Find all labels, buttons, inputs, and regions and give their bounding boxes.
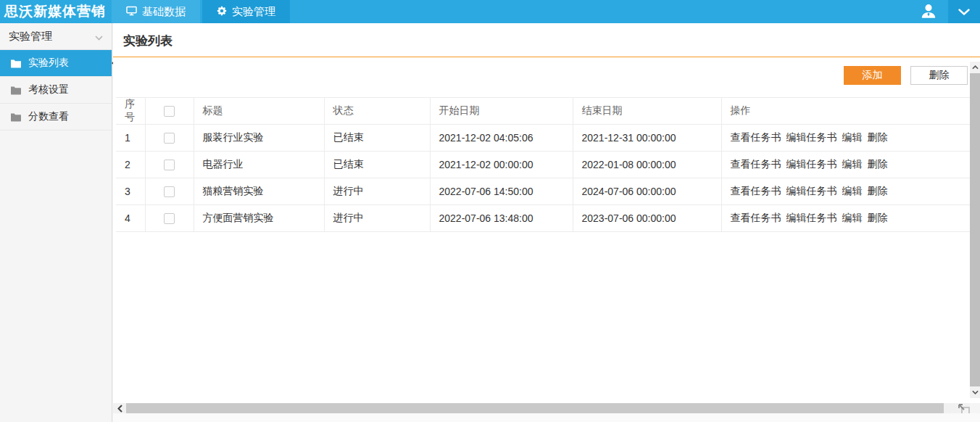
add-button[interactable]: 添加 xyxy=(844,66,901,85)
user-menu-button[interactable] xyxy=(909,0,948,23)
monitor-icon xyxy=(126,6,137,18)
row-index: 3 xyxy=(116,178,145,205)
chevron-down-icon xyxy=(95,30,103,43)
delete-button[interactable]: 删除 xyxy=(910,66,968,85)
experiment-table: 序号 标题 状态 开始日期 结束日期 操作 1 服装行业实验 已结束 2021-… xyxy=(116,97,971,232)
bottom-strip xyxy=(113,413,980,422)
tab-basic-data[interactable]: 基础数据 xyxy=(112,0,200,23)
horizontal-scrollbar-thumb[interactable] xyxy=(126,403,944,413)
sidebar-item-label: 考核设置 xyxy=(28,83,69,96)
row-title: 服装行业实验 xyxy=(194,125,324,152)
scroll-left-arrow-icon[interactable] xyxy=(113,405,126,413)
row-end-date: 2021-12-31 00:00:00 xyxy=(573,125,721,152)
edit-task-book-link[interactable]: 编辑任务书 xyxy=(786,185,837,196)
edit-link[interactable]: 编辑 xyxy=(842,185,863,196)
folder-icon xyxy=(10,86,22,95)
view-task-book-link[interactable]: 查看任务书 xyxy=(731,131,781,143)
sidebar-item-experiment-list[interactable]: 实验列表 xyxy=(0,50,112,77)
tab-experiment-management[interactable]: 实验管理 xyxy=(202,0,290,23)
col-header-end-date: 结束日期 xyxy=(573,98,721,125)
table-row: 1 服装行业实验 已结束 2021-12-02 04:05:06 2021-12… xyxy=(116,125,971,152)
table-header-row: 序号 标题 状态 开始日期 结束日期 操作 xyxy=(116,98,971,125)
row-status: 进行中 xyxy=(324,178,430,205)
edit-task-book-link[interactable]: 编辑任务书 xyxy=(786,131,837,143)
delete-link[interactable]: 删除 xyxy=(868,131,888,143)
row-index: 1 xyxy=(116,125,145,152)
main-content: 实验列表 添加 删除 序号 标题 状态 开始日期 结束日期 操作 xyxy=(113,23,980,403)
row-index: 4 xyxy=(116,205,145,232)
row-end-date: 2024-07-06 00:00:00 xyxy=(573,178,721,205)
vertical-scrollbar-thumb[interactable] xyxy=(970,73,980,386)
sidebar-group-experiment-management[interactable]: 实验管理 xyxy=(0,23,112,50)
select-all-checkbox[interactable] xyxy=(164,106,175,117)
scroll-up-arrow-icon[interactable] xyxy=(970,62,980,73)
topbar-spacer xyxy=(290,0,909,23)
vertical-scrollbar[interactable] xyxy=(970,62,980,398)
row-end-date: 2023-07-06 00:00:00 xyxy=(573,205,721,232)
sidebar: 实验管理 实验列表 考核设置 分数查看 xyxy=(0,23,112,422)
topbar: 思沃新媒体营销 基础数据 实验管理 xyxy=(0,0,980,23)
delete-link[interactable]: 删除 xyxy=(868,158,888,170)
row-status: 进行中 xyxy=(324,205,430,232)
row-start-date: 2022-07-06 14:50:00 xyxy=(430,178,573,205)
folder-icon xyxy=(10,59,22,68)
sidebar-item-score-view[interactable]: 分数查看 xyxy=(0,104,112,131)
row-checkbox[interactable] xyxy=(164,213,175,224)
table-row: 2 电器行业 已结束 2021-12-02 00:00:00 2022-01-0… xyxy=(116,152,971,178)
sidebar-group-label: 实验管理 xyxy=(9,30,52,44)
col-header-index: 序号 xyxy=(116,98,145,125)
view-task-book-link[interactable]: 查看任务书 xyxy=(731,185,781,196)
edit-link[interactable]: 编辑 xyxy=(842,212,863,223)
title-divider xyxy=(113,57,980,57)
edit-task-book-link[interactable]: 编辑任务书 xyxy=(786,158,837,170)
row-status: 已结束 xyxy=(324,125,430,152)
user-icon xyxy=(919,1,938,22)
edit-task-book-link[interactable]: 编辑任务书 xyxy=(786,212,837,223)
row-end-date: 2022-01-08 00:00:00 xyxy=(573,152,721,178)
row-checkbox[interactable] xyxy=(164,133,175,144)
row-title: 电器行业 xyxy=(194,152,324,178)
tab-label: 基础数据 xyxy=(142,5,186,19)
row-title: 方便面营销实验 xyxy=(194,205,324,232)
tab-label: 实验管理 xyxy=(232,5,275,19)
page-title: 实验列表 xyxy=(123,33,980,49)
app-logo: 思沃新媒体营销 xyxy=(0,0,112,23)
row-actions: 查看任务书编辑任务书编辑删除 xyxy=(721,205,971,232)
row-actions: 查看任务书编辑任务书编辑删除 xyxy=(721,178,971,205)
sidebar-item-label: 实验列表 xyxy=(28,57,69,70)
row-title: 猫粮营销实验 xyxy=(194,178,324,205)
table-row: 4 方便面营销实验 进行中 2022-07-06 13:48:00 2023-0… xyxy=(116,205,971,232)
row-start-date: 2022-07-06 13:48:00 xyxy=(430,205,573,232)
row-status: 已结束 xyxy=(324,152,430,178)
row-actions: 查看任务书编辑任务书编辑删除 xyxy=(721,152,971,178)
topbar-dropdown-button[interactable] xyxy=(948,0,980,23)
row-index: 2 xyxy=(116,152,145,178)
toolbar: 添加 删除 xyxy=(113,66,980,85)
view-task-book-link[interactable]: 查看任务书 xyxy=(731,212,781,223)
scroll-down-arrow-icon[interactable] xyxy=(970,386,980,398)
chevron-down-icon xyxy=(958,6,970,17)
table-row: 3 猫粮营销实验 进行中 2022-07-06 14:50:00 2024-07… xyxy=(116,178,971,205)
view-task-book-link[interactable]: 查看任务书 xyxy=(731,158,781,170)
delete-link[interactable]: 删除 xyxy=(868,212,888,223)
row-start-date: 2021-12-02 04:05:06 xyxy=(430,125,573,152)
col-header-status: 状态 xyxy=(324,98,430,125)
gear-icon xyxy=(217,6,227,18)
sidebar-item-label: 分数查看 xyxy=(28,110,69,123)
col-header-title: 标题 xyxy=(194,98,324,125)
row-start-date: 2021-12-02 00:00:00 xyxy=(430,152,573,178)
edit-link[interactable]: 编辑 xyxy=(842,131,863,143)
row-checkbox[interactable] xyxy=(164,160,175,170)
delete-link[interactable]: 删除 xyxy=(868,185,888,196)
row-checkbox[interactable] xyxy=(164,186,175,197)
col-header-checkbox xyxy=(145,98,194,125)
row-actions: 查看任务书编辑任务书编辑删除 xyxy=(721,125,971,152)
col-header-actions: 操作 xyxy=(721,98,971,125)
col-header-start-date: 开始日期 xyxy=(430,98,573,125)
horizontal-scrollbar[interactable] xyxy=(113,403,970,413)
folder-icon xyxy=(10,112,22,122)
edit-link[interactable]: 编辑 xyxy=(842,158,863,170)
sidebar-item-assessment-settings[interactable]: 考核设置 xyxy=(0,77,112,104)
